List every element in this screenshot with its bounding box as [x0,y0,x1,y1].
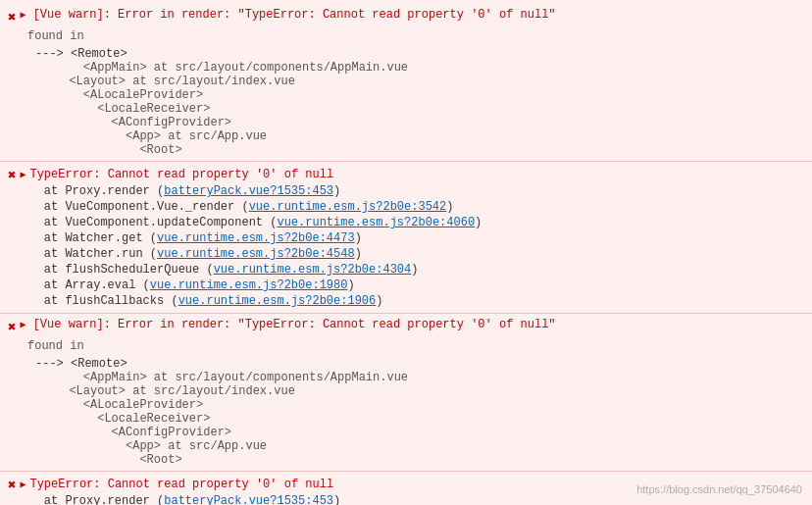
warn-text-1: ▶ [Vue warn]: Error in render: "TypeErro… [20,8,555,22]
error-icon-1: ✖ [8,9,16,25]
link-2-1[interactable]: batteryPack.vue?1535:453 [164,184,333,198]
error-icon-2: ✖ [8,167,16,183]
error-block-1: ✖ ▶ [Vue warn]: Error in render: "TypeEr… [0,4,812,162]
watermark: https://blog.csdn.net/qq_37504640 [636,483,802,495]
link-2-5[interactable]: vue.runtime.esm.js?2b0e:4548 [157,247,355,261]
link-2-4[interactable]: vue.runtime.esm.js?2b0e:4473 [157,231,355,245]
comp-line-3-4: <LocaleReceiver> [55,412,804,426]
comp-line-3-2: <Layout> at src/layout/index.vue [55,384,804,398]
triangle-2: ▶ [20,169,25,180]
at-line-2-7: at Array.eval (vue.runtime.esm.js?2b0e:1… [16,278,804,293]
error-type-line-2: ✖ ▶ TypeError: Cannot read property '0' … [8,166,804,183]
triangle-3: ▶ [20,320,25,330]
comp-line-3: <ALocaleProvider> [55,88,804,102]
at-line-2-2: at VueComponent.Vue._render (vue.runtime… [16,199,804,215]
at-line-2-6: at flushSchedulerQueue (vue.runtime.esm.… [16,262,804,278]
link-4-1[interactable]: batteryPack.vue?1535:453 [164,494,333,505]
comp-line-3-1: <AppMain> at src/layout/components/AppMa… [55,371,804,384]
at-line-2-1: at Proxy.render (batteryPack.vue?1535:45… [16,183,804,199]
stack-indent-1: ---> <Remote> <AppMain> at src/layout/co… [8,47,804,157]
at-line-2-5: at Watcher.run (vue.runtime.esm.js?2b0e:… [16,246,804,262]
stack-indent-3: ---> <Remote> <AppMain> at src/layout/co… [8,357,804,467]
error-block-2: ✖ ▶ TypeError: Cannot read property '0' … [0,162,812,314]
comp-line-3-3: <ALocaleProvider> [55,398,804,412]
link-2-8[interactable]: vue.runtime.esm.js?2b0e:1906 [178,294,377,308]
console-container: ✖ ▶ [Vue warn]: Error in render: "TypeEr… [0,0,812,505]
triangle-1: ▶ [20,10,25,21]
found-in-1: found in [8,29,804,43]
arrow-3: ---> <Remote> [27,357,804,371]
triangle-4: ▶ [20,479,25,490]
found-in-3: found in [8,339,804,353]
error-header-3: ✖ ▶ [Vue warn]: Error in render: "TypeEr… [8,318,804,335]
error-message-2: TypeError: Cannot read property '0' of n… [29,168,333,181]
at-line-2-8: at flushCallbacks (vue.runtime.esm.js?2b… [16,293,804,309]
link-2-3[interactable]: vue.runtime.esm.js?2b0e:4060 [277,216,475,229]
comp-line-4: <LocaleReceiver> [55,102,804,116]
warn-text-3: ▶ [Vue warn]: Error in render: "TypeErro… [20,318,555,331]
component-block-3: <AppMain> at src/layout/components/AppMa… [27,371,804,467]
comp-line-2: <Layout> at src/layout/index.vue [55,75,804,88]
error-block-3: ✖ ▶ [Vue warn]: Error in render: "TypeEr… [0,314,812,472]
comp-line-5: <AConfigProvider> [55,116,804,129]
comp-line-7: <Root> [55,143,804,157]
error-message-4: TypeError: Cannot read property '0' of n… [29,478,333,491]
comp-line-1: <AppMain> at src/layout/components/AppMa… [55,61,804,75]
stack-trace-2: at Proxy.render (batteryPack.vue?1535:45… [8,183,804,309]
comp-line-3-7: <Root> [55,453,804,467]
error-header-1: ✖ ▶ [Vue warn]: Error in render: "TypeEr… [8,8,804,25]
error-icon-3: ✖ [8,319,16,335]
at-line-2-3: at VueComponent.updateComponent (vue.run… [16,215,804,230]
link-2-6[interactable]: vue.runtime.esm.js?2b0e:4304 [214,263,412,277]
comp-line-3-5: <AConfigProvider> [55,426,804,439]
at-line-2-4: at Watcher.get (vue.runtime.esm.js?2b0e:… [16,230,804,246]
link-2-2[interactable]: vue.runtime.esm.js?2b0e:3542 [249,200,447,214]
error-icon-4: ✖ [8,477,16,493]
component-block-1: <AppMain> at src/layout/components/AppMa… [27,61,804,157]
arrow-1: ---> <Remote> [27,47,804,61]
comp-line-3-6: <App> at src/App.vue [55,439,804,453]
link-2-7[interactable]: vue.runtime.esm.js?2b0e:1980 [150,278,348,292]
comp-line-6: <App> at src/App.vue [55,129,804,143]
